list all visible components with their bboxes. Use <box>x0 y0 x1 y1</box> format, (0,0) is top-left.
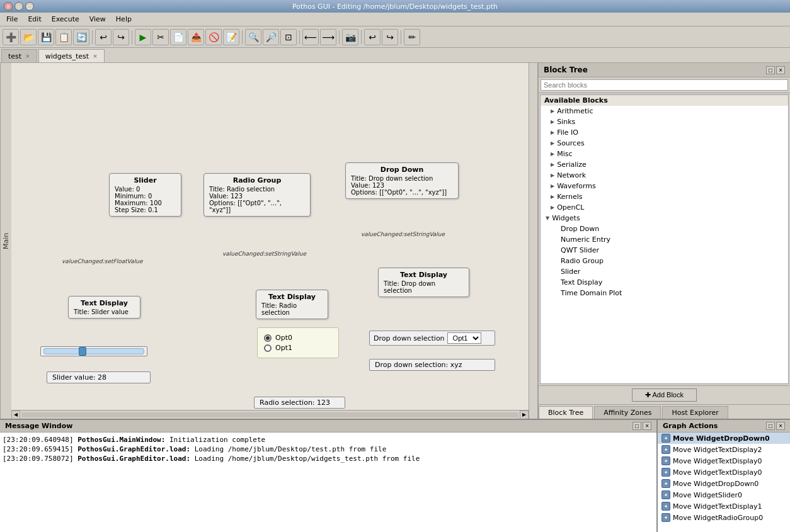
tree-network[interactable]: ▶Network <box>541 170 788 181</box>
canvas-area[interactable]: Slider Value: 0 Minimum: 0 Maximum: 100 … <box>11 63 538 419</box>
tree-misc[interactable]: ▶Misc <box>541 149 788 159</box>
toolbar-cut[interactable]: ✂ <box>152 29 169 45</box>
slider-widget[interactable] <box>40 346 147 356</box>
action-item-6[interactable]: ✦ Move WidgetTextDisplay1 <box>658 501 790 512</box>
menu-view[interactable]: View <box>84 14 111 25</box>
action-item-2[interactable]: ✦ Move WidgetTextDisplay0 <box>658 455 790 467</box>
tree-qwt-slider[interactable]: QWT Slider <box>541 245 788 256</box>
toolbar-props[interactable]: 📝 <box>223 29 239 45</box>
graph-actions-close-btn[interactable]: × <box>776 422 785 430</box>
slider-block[interactable]: Slider Value: 0 Minimum: 0 Maximum: 100 … <box>109 173 181 217</box>
window-close-btn[interactable]: × <box>4 2 13 11</box>
action-item-5[interactable]: ✦ Move WidgetSlider0 <box>658 489 790 501</box>
menu-file[interactable]: File <box>1 14 23 25</box>
action-item-3[interactable]: ✦ Move WidgetTextDisplay0 <box>658 467 790 478</box>
toolbar-new[interactable]: ➕ <box>3 29 19 45</box>
toolbar-save[interactable]: 💾 <box>38 29 54 45</box>
radio-group-block[interactable]: Radio Group Title: Radio selection Value… <box>203 173 311 217</box>
scroll-h-track[interactable] <box>21 412 518 417</box>
action-item-1[interactable]: ✦ Move WidgetTextDisplay2 <box>658 444 790 455</box>
radio-opt1[interactable]: Opt1 <box>264 344 332 352</box>
toolbar-edit[interactable]: ✏ <box>404 29 420 45</box>
text-display-1-block[interactable]: Text Display Title: Slider value <box>68 296 140 319</box>
toolbar-run[interactable]: ▶ <box>135 29 151 45</box>
toolbar-reload[interactable]: 🔄 <box>73 29 89 45</box>
toolbar-copy[interactable]: 📄 <box>170 29 186 45</box>
toolbar-zoom-fit[interactable]: ⊡ <box>280 29 297 45</box>
log-ts-0: [23:20:09.640948] <box>3 436 74 444</box>
tree-time-domain-plot[interactable]: Time Domain Plot <box>541 288 788 298</box>
action-label-7: Move WidgetRadioGroup0 <box>673 514 763 522</box>
panel-tab-block-tree[interactable]: Block Tree <box>539 406 593 419</box>
tree-sinks[interactable]: ▶Sinks <box>541 116 788 127</box>
radio-widget[interactable]: Opt0 Opt1 <box>257 327 339 358</box>
toolbar-undo[interactable]: ↩ <box>95 29 112 45</box>
toolbar-open[interactable]: 📂 <box>20 29 37 45</box>
block-tree-close-btn[interactable]: × <box>776 66 785 74</box>
window-min-btn[interactable]: – <box>14 2 23 11</box>
text-display-2-block[interactable]: Text Display Title: Radio selection <box>256 290 328 319</box>
tree-sources[interactable]: ▶Sources <box>541 138 788 149</box>
toolbar-back[interactable]: ⟵ <box>302 29 319 45</box>
toolbar-zoom-in[interactable]: 🔍 <box>245 29 261 45</box>
tree-numeric-entry[interactable]: Numeric Entry <box>541 234 788 245</box>
toolbar-disconnect[interactable]: ↪ <box>382 29 398 45</box>
tab-widgets-test-close[interactable]: × <box>93 53 98 59</box>
tree-waveforms[interactable]: ▶Waveforms <box>541 181 788 191</box>
toolbar-delete[interactable]: 🚫 <box>205 29 222 45</box>
tree-slider[interactable]: Slider <box>541 266 788 277</box>
toolbar-forward[interactable]: ⟶ <box>320 29 336 45</box>
toolbar-paste[interactable]: 📤 <box>188 29 204 45</box>
toolbar-save-as[interactable]: 📋 <box>55 29 72 45</box>
canvas-scrollbar-v[interactable] <box>529 63 537 419</box>
block-search-input[interactable] <box>541 79 788 91</box>
slider-max: Maximum: 100 <box>115 200 176 207</box>
dropdown-select[interactable]: Opt1 Opt0 xyz <box>447 332 481 344</box>
canvas-scrollbar-h[interactable]: ◀ ▶ <box>11 410 529 419</box>
tree-kernels[interactable]: ▶Kernels <box>541 191 788 202</box>
slider-track[interactable] <box>43 348 144 354</box>
graph-actions-expand-btn[interactable]: □ <box>766 422 775 430</box>
tree-text-display[interactable]: Text Display <box>541 277 788 288</box>
toolbar-redo[interactable]: ↪ <box>113 29 129 45</box>
action-item-4[interactable]: ✦ Move WidgetDropDown0 <box>658 478 790 489</box>
tab-test-close[interactable]: × <box>25 53 30 59</box>
tree-widgets[interactable]: ▼Widgets <box>541 213 788 224</box>
slider-thumb[interactable] <box>79 347 86 356</box>
toolbar-zoom-out[interactable]: 🔎 <box>263 29 279 45</box>
menu-help[interactable]: Help <box>111 14 137 25</box>
tree-dropdown[interactable]: Drop Down <box>541 224 788 234</box>
tree-radio-group[interactable]: Radio Group <box>541 256 788 266</box>
panel-tab-affinity-zones[interactable]: Affinity Zones <box>594 406 661 419</box>
bottom-layout: Message Window □ × [23:20:09.640948] Pot… <box>0 419 790 532</box>
misc-arrow: ▶ <box>551 151 554 157</box>
toolbar-connect[interactable]: ↩ <box>364 29 381 45</box>
menu-edit[interactable]: Edit <box>23 14 46 25</box>
dropdown-block[interactable]: Drop Down Title: Drop down selection Val… <box>345 162 459 199</box>
action-item-7[interactable]: ✦ Move WidgetRadioGroup0 <box>658 512 790 523</box>
action-item-0[interactable]: ✦ Move WidgetDropDown0 <box>658 433 790 444</box>
tree-serialize[interactable]: ▶Serialize <box>541 159 788 170</box>
block-tree-expand-btn[interactable]: □ <box>766 66 775 74</box>
conn-radio: valueChanged:setStringValue <box>222 251 306 257</box>
dropdown-widget[interactable]: Drop down selection Opt1 Opt0 xyz <box>369 331 495 346</box>
tab-test[interactable]: test × <box>1 49 37 62</box>
message-window-expand-btn[interactable]: □ <box>633 422 641 430</box>
radio-opt0[interactable]: Opt0 <box>264 334 332 342</box>
radio-circle-opt1[interactable] <box>264 344 272 352</box>
window-max-btn[interactable]: □ <box>25 2 34 11</box>
toolbar-screenshot[interactable]: 📷 <box>342 29 358 45</box>
tree-opencl[interactable]: ▶OpenCL <box>541 202 788 213</box>
add-block-button[interactable]: ✚ Add Block <box>632 388 697 402</box>
message-window-close-btn[interactable]: × <box>643 422 651 430</box>
tree-arithmetic[interactable]: ▶Arithmetic <box>541 106 788 116</box>
radio-circle-opt0[interactable] <box>264 334 272 342</box>
scroll-left-btn[interactable]: ◀ <box>11 410 20 419</box>
message-window-header: Message Window □ × <box>0 420 656 433</box>
tree-fileio[interactable]: ▶File IO <box>541 127 788 138</box>
text-display-3-block[interactable]: Text Display Title: Drop down selection <box>378 268 469 297</box>
tab-widgets-test[interactable]: widgets_test × <box>38 49 105 62</box>
menu-execute[interactable]: Execute <box>47 14 84 25</box>
scroll-right-btn[interactable]: ▶ <box>520 410 529 419</box>
panel-tab-host-explorer[interactable]: Host Explorer <box>662 406 728 419</box>
